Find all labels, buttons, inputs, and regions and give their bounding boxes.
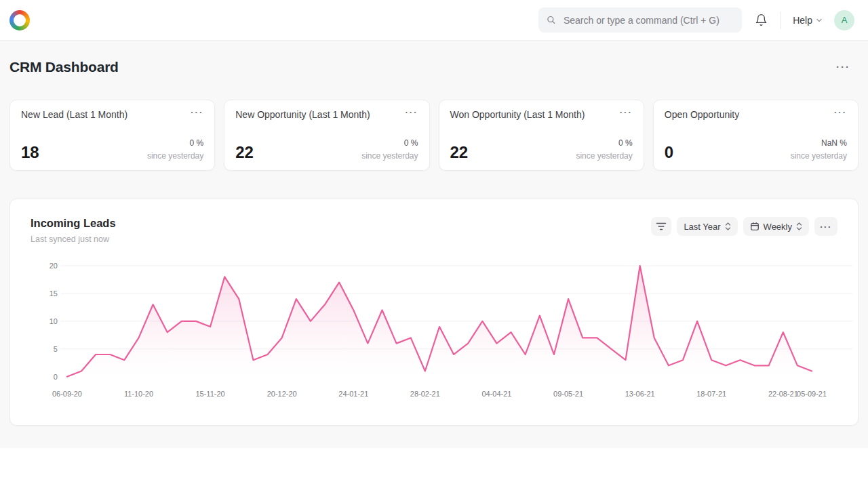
stat-card-menu-button[interactable]: ··· <box>191 108 203 117</box>
search-input[interactable] <box>562 14 734 26</box>
selector-chevrons-icon <box>725 222 731 231</box>
svg-text:24-01-21: 24-01-21 <box>338 390 368 398</box>
svg-text:0: 0 <box>54 373 58 381</box>
stat-card-value: 22 <box>235 144 254 161</box>
search-icon <box>547 15 556 25</box>
period-select-value: Last Year <box>684 222 720 232</box>
page-menu-button[interactable]: ··· <box>833 59 853 75</box>
chart-header: Incoming Leads Last synced just now Last… <box>31 217 837 244</box>
stat-card-value: 22 <box>450 144 469 161</box>
interval-select-value: Weekly <box>764 222 792 232</box>
svg-text:15: 15 <box>50 289 58 298</box>
stat-card-new-opportunity: New Opportunity (Last 1 Month) ··· 22 0 … <box>224 100 429 171</box>
help-menu[interactable]: Help <box>791 12 824 28</box>
svg-text:22-08-21: 22-08-21 <box>768 390 798 398</box>
top-navbar: Help A <box>0 0 868 41</box>
stat-cards-row: New Lead (Last 1 Month) ··· 18 0 % since… <box>9 100 859 171</box>
stat-card-change: 0 % <box>190 138 204 148</box>
stat-card-menu-button[interactable]: ··· <box>620 108 633 117</box>
svg-text:06-09-20: 06-09-20 <box>52 390 82 398</box>
svg-text:13-06-21: 13-06-21 <box>625 390 655 398</box>
page-header: CRM Dashboard ··· <box>0 58 868 76</box>
stat-card-subtext: since yesterday <box>361 151 418 161</box>
stat-card-subtext: since yesterday <box>147 151 203 161</box>
stat-card-title: New Lead (Last 1 Month) <box>21 109 127 120</box>
global-search[interactable] <box>538 7 742 33</box>
svg-text:15-11-20: 15-11-20 <box>196 390 225 398</box>
avatar-letter: A <box>842 15 848 25</box>
chart-subtitle: Last synced just now <box>31 235 116 244</box>
chevron-down-icon <box>816 17 823 24</box>
filter-button[interactable] <box>651 217 671 236</box>
svg-text:11-10-20: 11-10-20 <box>124 390 153 398</box>
page-title: CRM Dashboard <box>9 58 119 76</box>
logo-ring-icon <box>9 10 30 30</box>
svg-text:10: 10 <box>50 317 58 325</box>
stat-card-subtext: since yesterday <box>791 151 847 161</box>
stat-card-title: Open Opportunity <box>665 109 740 120</box>
svg-text:5: 5 <box>54 345 58 353</box>
help-label: Help <box>793 15 812 26</box>
stat-card-menu-button[interactable]: ··· <box>406 108 418 117</box>
stat-card-new-lead: New Lead (Last 1 Month) ··· 18 0 % since… <box>9 100 215 171</box>
stat-card-change: 0 % <box>618 138 633 148</box>
stat-card-menu-button[interactable]: ··· <box>834 108 847 117</box>
stat-card-open-opportunity: Open Opportunity ··· 0 NaN % since yeste… <box>653 100 859 171</box>
chart-menu-button[interactable]: ··· <box>814 217 837 236</box>
stat-card-value: 18 <box>21 144 39 161</box>
period-select[interactable]: Last Year <box>677 217 737 236</box>
svg-text:05-09-21: 05-09-21 <box>797 390 827 398</box>
stat-card-title: New Opportunity (Last 1 Month) <box>235 109 370 120</box>
stat-card-subtext: since yesterday <box>576 151 632 161</box>
svg-text:09-05-21: 09-05-21 <box>553 390 583 398</box>
svg-text:18-07-21: 18-07-21 <box>696 390 726 398</box>
chart-title: Incoming Leads <box>31 217 116 230</box>
incoming-leads-card: Incoming Leads Last synced just now Last… <box>9 199 859 426</box>
stat-card-change: NaN % <box>821 138 847 148</box>
notifications-button[interactable] <box>752 11 770 29</box>
bell-icon <box>755 14 768 26</box>
svg-text:20: 20 <box>50 263 58 270</box>
svg-text:20-12-20: 20-12-20 <box>267 390 297 398</box>
selector-chevrons-icon <box>796 222 802 231</box>
filter-icon <box>656 222 667 231</box>
user-avatar[interactable]: A <box>834 10 854 30</box>
stat-card-value: 0 <box>665 144 673 161</box>
svg-text:04-04-21: 04-04-21 <box>481 390 511 398</box>
chart-controls: Last Year Weekly <box>651 217 837 236</box>
stat-card-won-opportunity: Won Opportunity (Last 1 Month) ··· 22 0 … <box>439 100 644 171</box>
calendar-icon <box>750 222 760 231</box>
incoming-leads-chart: 05101520 06-09-2011-10-2015-11-2020-12-2… <box>16 263 855 403</box>
navbar-divider <box>781 12 781 29</box>
interval-select[interactable]: Weekly <box>743 217 809 236</box>
stat-card-title: Won Opportunity (Last 1 Month) <box>450 109 585 120</box>
app-logo[interactable] <box>9 10 30 30</box>
navbar-right: Help A <box>538 7 854 33</box>
svg-text:28-02-21: 28-02-21 <box>410 390 440 398</box>
dashboard-content: CRM Dashboard ··· New Lead (Last 1 Month… <box>0 41 868 448</box>
stat-card-change: 0 % <box>404 138 418 148</box>
